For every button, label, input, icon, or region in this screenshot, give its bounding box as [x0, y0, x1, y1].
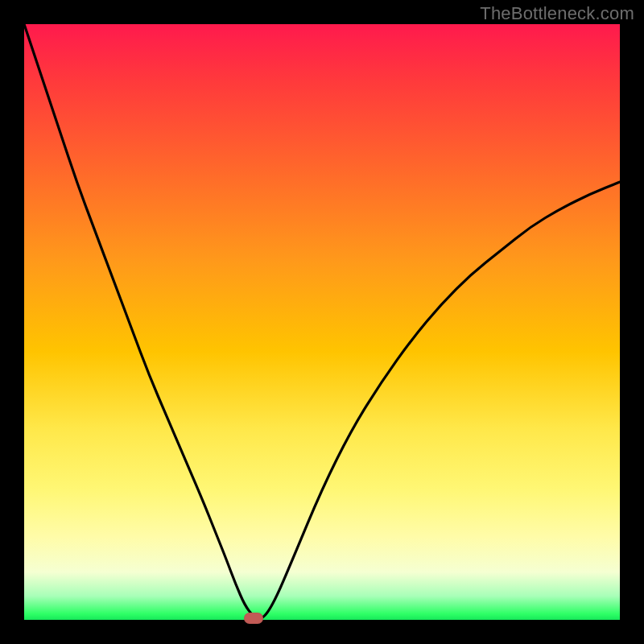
chart-frame: TheBottleneck.com: [0, 0, 644, 644]
watermark-text: TheBottleneck.com: [480, 3, 634, 24]
bottleneck-curve: [24, 24, 620, 618]
curve-svg: [24, 24, 620, 620]
plot-area: [24, 24, 620, 620]
optimum-marker: [244, 613, 263, 624]
